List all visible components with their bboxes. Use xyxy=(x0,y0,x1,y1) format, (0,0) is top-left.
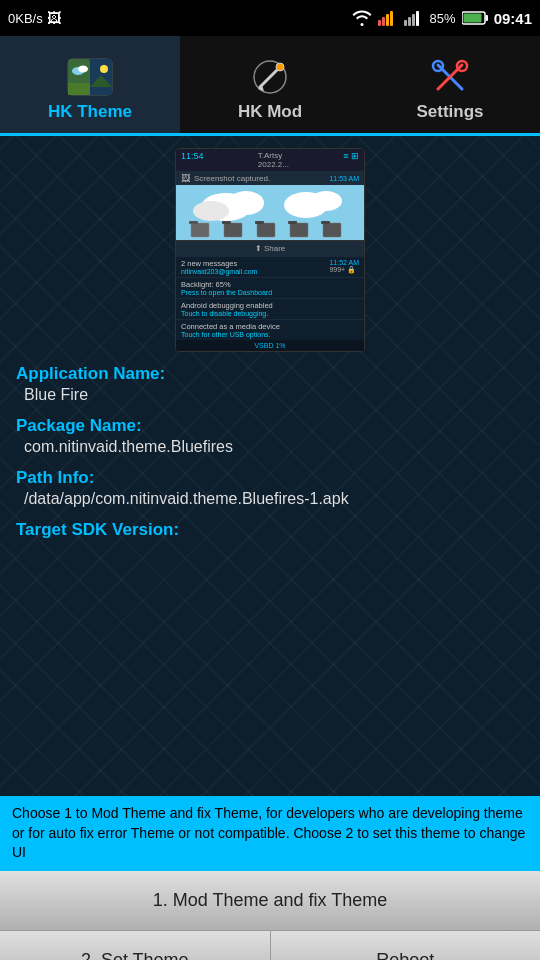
preview-screenshot-text: Screenshot captured. xyxy=(194,174,270,183)
preview-notif-sub-1: Press to open the Dashboard xyxy=(181,289,272,296)
svg-point-14 xyxy=(78,65,88,72)
svg-rect-37 xyxy=(257,223,275,237)
app-name-label: Application Name: xyxy=(16,364,524,384)
status-right: 85% 09:41 xyxy=(352,10,532,27)
battery-icon xyxy=(462,11,488,25)
preview-notif-main-1: Backlight: 65% xyxy=(181,280,272,289)
svg-rect-34 xyxy=(189,221,198,224)
svg-point-21 xyxy=(276,63,284,71)
speed-indicator: 0KB/s xyxy=(8,11,43,26)
preview-notif-row-3: Connected as a media device Touch for ot… xyxy=(176,319,364,340)
preview-screenshot-time: 11:53 AM xyxy=(329,175,359,182)
preview-icons: ≡ ⊞ xyxy=(343,151,359,169)
preview-screenshot-icon: 🖼 xyxy=(181,173,190,183)
preview-notif-main-2: Android debugging enabled xyxy=(181,301,273,310)
package-name-section: Package Name: com.nitinvaid.theme.Bluefi… xyxy=(16,416,524,456)
preview-notif-sub-2: Touch to disable debugging. xyxy=(181,310,273,317)
preview-share-icon: ⬆ xyxy=(255,244,262,253)
status-left: 0KB/s 🖼 xyxy=(8,10,61,26)
settings-icon xyxy=(426,56,474,98)
preview-share-label: Share xyxy=(264,244,285,253)
bottom-buttons: 2. Set Theme Reboot xyxy=(0,931,540,960)
app-name-value: Blue Fire xyxy=(24,386,524,404)
signal-icon xyxy=(378,10,398,26)
svg-point-32 xyxy=(310,191,342,211)
svg-rect-6 xyxy=(412,14,415,26)
preview-notif-row-1: Backlight: 65% Press to open the Dashboa… xyxy=(176,277,364,298)
tab-settings-label: Settings xyxy=(416,102,483,122)
svg-rect-9 xyxy=(485,15,488,21)
description-text: Choose 1 to Mod Theme and fix Theme, for… xyxy=(12,805,525,860)
tab-hk-theme-label: HK Theme xyxy=(48,102,132,122)
svg-rect-4 xyxy=(404,20,407,26)
app-name-section: Application Name: Blue Fire xyxy=(16,364,524,404)
path-info-label: Path Info: xyxy=(16,468,524,488)
svg-rect-35 xyxy=(224,223,242,237)
svg-rect-42 xyxy=(321,221,330,224)
preview-container: 11:54 T.Artsy2022.2... ≡ ⊞ 🖼 Screenshot … xyxy=(175,148,365,352)
svg-rect-39 xyxy=(290,223,308,237)
wifi-icon xyxy=(352,10,372,26)
preview-notif-row-0: 2 new messages nitinvaid203@gmail.com 11… xyxy=(176,256,364,277)
set-theme-button[interactable]: 2. Set Theme xyxy=(0,931,271,960)
tab-hk-theme[interactable]: HK Theme xyxy=(0,36,180,136)
svg-point-30 xyxy=(193,201,229,221)
svg-rect-5 xyxy=(408,17,411,26)
tab-bar: HK Theme HK Mod xyxy=(0,36,540,136)
target-sdk-section: Target SDK Version: xyxy=(16,520,524,540)
svg-rect-0 xyxy=(378,20,381,26)
package-name-label: Package Name: xyxy=(16,416,524,436)
preview-title: T.Artsy2022.2... xyxy=(258,151,289,169)
preview-notif-main-3: Connected as a media device xyxy=(181,322,280,331)
target-sdk-label: Target SDK Version: xyxy=(16,520,524,540)
svg-rect-33 xyxy=(191,223,209,237)
svg-point-29 xyxy=(228,191,264,215)
svg-rect-3 xyxy=(390,11,393,26)
reboot-button[interactable]: Reboot xyxy=(271,931,541,960)
description-bar: Choose 1 to Mod Theme and fix Theme, for… xyxy=(0,796,540,871)
preview-image-area xyxy=(176,185,364,240)
svg-rect-36 xyxy=(222,221,231,224)
svg-rect-38 xyxy=(255,221,264,224)
tab-hk-mod-label: HK Mod xyxy=(238,102,302,122)
tab-hk-mod[interactable]: HK Mod xyxy=(180,36,360,133)
preview-screenshot-item: 🖼 Screenshot captured. 11:53 AM xyxy=(176,171,364,185)
preview-share: ⬆ Share xyxy=(176,240,364,256)
preview-notif-sub-3: Touch for other USB options. xyxy=(181,331,280,338)
path-info-value: /data/app/com.nitinvaid.theme.Bluefires-… xyxy=(24,490,524,508)
hk-mod-icon xyxy=(246,56,294,98)
signal2-icon xyxy=(404,10,424,26)
svg-rect-10 xyxy=(463,14,481,23)
main-content: 11:54 T.Artsy2022.2... ≡ ⊞ 🖼 Screenshot … xyxy=(0,136,540,796)
package-name-value: com.nitinvaid.theme.Bluefires xyxy=(24,438,524,456)
preview-notif-main-0: 2 new messages xyxy=(181,259,257,268)
hk-theme-icon xyxy=(66,56,114,98)
svg-rect-40 xyxy=(288,221,297,224)
mod-theme-button[interactable]: 1. Mod Theme and fix Theme xyxy=(0,871,540,931)
time-display: 09:41 xyxy=(494,10,532,27)
svg-rect-1 xyxy=(382,17,385,26)
svg-point-18 xyxy=(100,65,108,73)
preview-notif-row-2: Android debugging enabled Touch to disab… xyxy=(176,298,364,319)
svg-rect-15 xyxy=(68,83,90,95)
preview-notif-bar: 11:54 T.Artsy2022.2... ≡ ⊞ xyxy=(176,149,364,171)
preview-footer: VSBD 1% xyxy=(176,340,364,351)
svg-rect-7 xyxy=(416,11,419,26)
battery-percent: 85% xyxy=(430,11,456,26)
photo-icon: 🖼 xyxy=(47,10,61,26)
preview-time: 11:54 xyxy=(181,151,204,169)
status-bar: 0KB/s 🖼 85% 09:41 xyxy=(0,0,540,36)
preview-notif-sub-0: nitinvaid203@gmail.com xyxy=(181,268,257,275)
path-info-section: Path Info: /data/app/com.nitinvaid.theme… xyxy=(16,468,524,508)
svg-rect-2 xyxy=(386,14,389,26)
tab-settings[interactable]: Settings xyxy=(360,36,540,133)
preview-notif-time-0: 11:52 AM999+ 🔒 xyxy=(329,259,359,275)
svg-rect-41 xyxy=(323,223,341,237)
